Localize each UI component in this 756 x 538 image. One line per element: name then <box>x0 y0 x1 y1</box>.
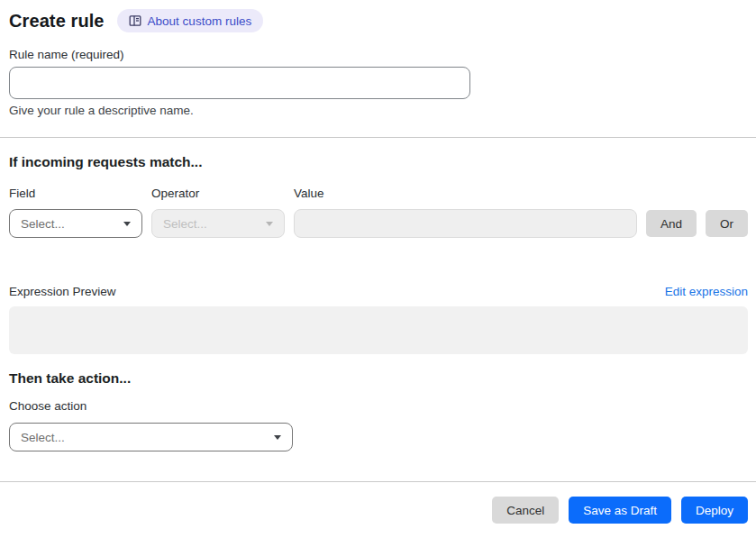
value-input <box>294 209 637 238</box>
operator-label: Operator <box>151 187 285 201</box>
operator-column: Operator Select... <box>151 187 285 238</box>
page-header: Create rule About custom rules <box>9 9 748 32</box>
value-column: Value <box>294 187 637 238</box>
expression-preview-header: Expression Preview Edit expression <box>9 285 748 299</box>
expression-preview-label: Expression Preview <box>9 285 116 299</box>
rule-name-helper: Give your rule a descriptive name. <box>9 104 748 117</box>
and-button[interactable]: And <box>646 210 697 237</box>
save-as-draft-button[interactable]: Save as Draft <box>569 497 671 524</box>
match-section-heading: If incoming requests match... <box>9 154 748 169</box>
or-button[interactable]: Or <box>706 210 748 237</box>
cancel-button[interactable]: Cancel <box>492 497 559 524</box>
operator-select: Select... <box>151 209 285 238</box>
caret-down-icon <box>123 222 131 226</box>
caret-down-icon <box>274 435 281 440</box>
create-rule-form: Create rule About custom rules Rule name… <box>0 0 756 538</box>
field-column: Field Select... <box>9 187 142 238</box>
about-custom-rules-label: About custom rules <box>148 14 252 28</box>
condition-row: Field Select... Operator Select... Value… <box>9 187 748 238</box>
footer-actions: Cancel Save as Draft Deploy <box>9 497 748 524</box>
operator-select-value: Select... <box>163 217 207 231</box>
expression-preview-box <box>9 306 748 354</box>
page-title: Create rule <box>9 9 105 32</box>
field-label: Field <box>9 187 142 201</box>
action-section-heading: Then take action... <box>9 370 748 386</box>
rule-name-input[interactable] <box>9 67 470 99</box>
action-select[interactable]: Select... <box>9 423 293 451</box>
field-select-value: Select... <box>21 217 65 231</box>
action-select-value: Select... <box>21 431 65 444</box>
divider-top <box>0 137 756 138</box>
field-select[interactable]: Select... <box>9 209 142 238</box>
rule-name-label: Rule name (required) <box>9 48 748 62</box>
divider-bottom <box>0 481 756 482</box>
book-icon <box>129 14 141 27</box>
about-custom-rules-link[interactable]: About custom rules <box>117 9 264 32</box>
choose-action-label: Choose action <box>9 399 748 413</box>
deploy-button[interactable]: Deploy <box>681 497 748 524</box>
value-label: Value <box>294 187 637 201</box>
caret-down-icon <box>266 222 273 226</box>
edit-expression-link[interactable]: Edit expression <box>665 285 748 299</box>
